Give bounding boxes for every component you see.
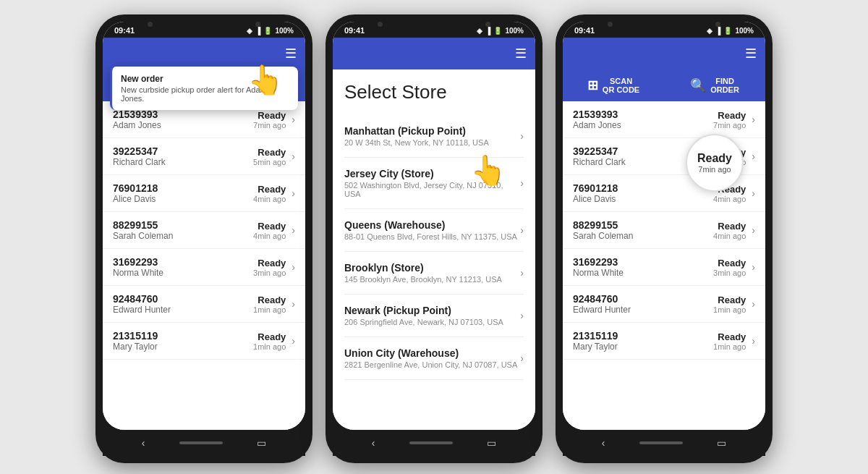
recent-button-2[interactable]: ▭: [487, 437, 496, 449]
store-item[interactable]: Queens (Warehouse) 88-01 Queens Blvd, Fo…: [344, 209, 524, 252]
store-arrow-icon: ›: [520, 267, 524, 279]
order-list-1: 21539393 Adam Jones Ready 7min ago › 392…: [103, 101, 305, 430]
phone-bottom-3: ‹ ▭: [563, 430, 765, 456]
order-item[interactable]: 88299155 Sarah Coleman Ready 4min ago ›: [103, 212, 305, 249]
store-item[interactable]: Jersey City (Store) 502 Washington Blvd,…: [344, 158, 524, 209]
store-info: Manhattan (Pickup Point) 20 W 34th St, N…: [344, 125, 520, 147]
order-status-label: Ready: [253, 295, 286, 305]
store-item[interactable]: Brooklyn (Store) 145 Brooklyn Ave, Brook…: [344, 252, 524, 295]
find-order-button-3[interactable]: 🔍 FINDORDER: [664, 69, 765, 101]
status-bar-2: 09:41 ◈ ▐ 🔋 100%: [333, 22, 535, 38]
location-icon: ◈: [247, 27, 252, 35]
notification-title: New order: [121, 74, 289, 84]
order-name: Norma White: [113, 268, 253, 278]
back-button-3[interactable]: ‹: [602, 437, 605, 449]
phone-trio: 09:41 ◈ ▐ 🔋 100% New order New curbside …: [95, 14, 773, 463]
order-item[interactable]: 76901218 Alice Davis Ready 4min ago ›: [103, 175, 305, 212]
status-time-3: 09:41: [574, 26, 595, 35]
back-button-2[interactable]: ‹: [372, 437, 375, 449]
store-address: 502 Washington Blvd, Jersey City, NJ 073…: [344, 181, 520, 198]
order-status: Ready 3min ago: [253, 258, 286, 277]
order-info: 88299155 Sarah Coleman: [573, 219, 713, 241]
order-status-label: Ready: [253, 147, 286, 158]
order-arrow-icon: ›: [292, 224, 295, 236]
search-icon-3: 🔍: [690, 77, 706, 93]
home-indicator-1[interactable]: [179, 441, 223, 444]
camera-dot-left-2: [378, 22, 383, 27]
notification-popup[interactable]: New order New curbside pickup order aler…: [110, 67, 298, 110]
recent-button-3[interactable]: ▭: [717, 437, 726, 449]
qr-icon-3: ⊞: [587, 77, 598, 93]
order-status: Ready 1min ago: [253, 331, 286, 351]
order-name: Alice Davis: [573, 194, 713, 204]
store-address: 145 Brooklyn Ave, Brooklyn, NY 11213, US…: [344, 275, 520, 284]
order-status: Ready 1min ago: [253, 295, 286, 314]
order-arrow-icon: ›: [292, 187, 295, 199]
home-indicator-2[interactable]: [409, 441, 453, 444]
order-item[interactable]: 21539393 Adam Jones Ready 7min ago ›: [563, 101, 765, 138]
hamburger-menu-3[interactable]: ☰: [745, 46, 757, 62]
order-item[interactable]: 31692293 Norma White Ready 3min ago ›: [103, 249, 305, 286]
order-time: 1min ago: [253, 342, 286, 351]
back-button-1[interactable]: ‹: [142, 437, 145, 449]
store-item[interactable]: Newark (Pickup Point) 206 Springfield Av…: [344, 295, 524, 337]
select-store-screen: Select Store Manhattan (Pickup Point) 20…: [333, 69, 535, 430]
hamburger-menu-2[interactable]: ☰: [515, 46, 527, 62]
order-arrow-icon: ›: [752, 114, 755, 125]
battery-icon-2: 🔋: [493, 27, 502, 35]
location-icon-3: ◈: [707, 27, 712, 35]
order-arrow-icon: ›: [752, 261, 755, 273]
order-info: 88299155 Sarah Coleman: [113, 219, 253, 241]
order-status: Ready 7min ago: [253, 110, 286, 130]
hamburger-menu-1[interactable]: ☰: [285, 46, 297, 62]
battery-percent-1: 100%: [275, 27, 294, 35]
order-item[interactable]: 39225347 Richard Clark Ready 5min ago ›: [103, 138, 305, 175]
phone-2: 09:41 ◈ ▐ 🔋 100% ☰ Select Store Manhatta…: [326, 14, 542, 463]
order-item[interactable]: 21315119 Mary Taylor Ready 1min ago ›: [103, 323, 305, 360]
app-header-1: ☰: [103, 38, 305, 69]
order-status: Ready 3min ago: [713, 258, 746, 277]
order-item[interactable]: 31692293 Norma White Ready 3min ago ›: [563, 249, 765, 286]
location-icon-2: ◈: [477, 27, 482, 35]
order-info: 39225347 Richard Clark: [113, 145, 253, 167]
order-status-label: Ready: [253, 331, 286, 342]
order-time: 1min ago: [713, 342, 746, 351]
order-name: Mary Taylor: [113, 342, 253, 352]
order-arrow-icon: ›: [752, 224, 755, 236]
order-item[interactable]: 92484760 Edward Hunter Ready 1min ago ›: [103, 286, 305, 323]
store-address: 206 Springfield Ave, Newark, NJ 07103, U…: [344, 318, 520, 326]
order-id: 21539393: [573, 109, 713, 120]
camera-dot-right-3: [715, 22, 720, 27]
store-name: Manhattan (Pickup Point): [344, 125, 520, 137]
scan-qr-button-3[interactable]: ⊞ SCANQR CODE: [563, 69, 664, 101]
order-item[interactable]: 88299155 Sarah Coleman Ready 4min ago ›: [563, 212, 765, 249]
store-name: Jersey City (Store): [344, 168, 520, 179]
status-icons-2: ◈ ▐ 🔋 100%: [477, 27, 524, 35]
order-status-label: Ready: [713, 295, 746, 305]
order-info: 76901218 Alice Davis: [113, 182, 253, 204]
store-item[interactable]: Manhattan (Pickup Point) 20 W 34th St, N…: [344, 115, 524, 158]
store-name: Queens (Warehouse): [344, 219, 520, 231]
store-name: Union City (Warehouse): [344, 347, 520, 359]
order-info: 92484760 Edward Hunter: [113, 293, 253, 315]
home-indicator-3[interactable]: [639, 441, 683, 444]
order-status-label: Ready: [713, 221, 746, 232]
store-address: 2821 Bergenline Ave, Union City, NJ 0708…: [344, 360, 520, 369]
phone-3-screen: 09:41 ◈ ▐ 🔋 100% ☰ ⊞ SCANQR CODE: [563, 22, 765, 430]
order-item[interactable]: 92484760 Edward Hunter Ready 1min ago ›: [563, 286, 765, 323]
store-arrow-icon: ›: [520, 177, 524, 189]
store-info: Newark (Pickup Point) 206 Springfield Av…: [344, 305, 520, 326]
order-item[interactable]: 21315119 Mary Taylor Ready 1min ago ›: [563, 323, 765, 360]
order-name: Richard Clark: [113, 157, 253, 167]
order-status: Ready 1min ago: [713, 295, 746, 314]
camera-dot-right: [255, 22, 260, 27]
recent-button-1[interactable]: ▭: [257, 437, 266, 449]
order-time: 7min ago: [253, 121, 286, 130]
order-status-label: Ready: [713, 258, 746, 268]
store-address: 20 W 34th St, New York, NY 10118, USA: [344, 138, 520, 147]
order-arrow-icon: ›: [292, 151, 295, 162]
store-item[interactable]: Union City (Warehouse) 2821 Bergenline A…: [344, 337, 524, 380]
ready-badge-time: 7min ago: [698, 165, 731, 174]
order-info: 76901218 Alice Davis: [573, 182, 713, 204]
order-status: Ready 4min ago: [253, 221, 286, 240]
